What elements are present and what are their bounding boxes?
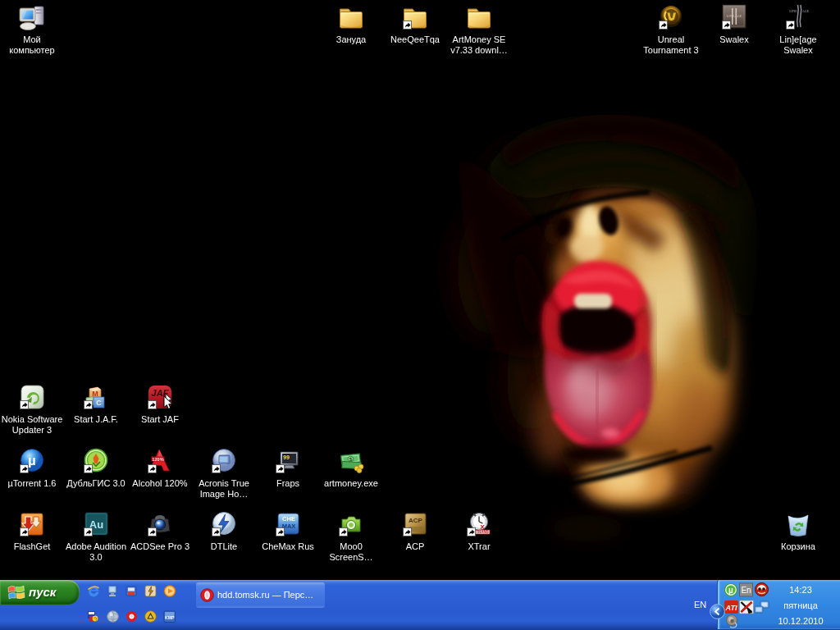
svg-text:KMP: KMP — [165, 615, 175, 620]
svg-text:LINEAGE: LINEAGE — [726, 14, 742, 18]
svg-text:µ: µ — [28, 453, 36, 468]
svg-text:99: 99 — [283, 454, 290, 460]
svg-text:ATI: ATI — [725, 604, 737, 612]
svg-text:TRANS: TRANS — [476, 530, 489, 534]
svg-text:120%: 120% — [152, 457, 163, 462]
svg-text:AGE: AGE — [802, 9, 810, 13]
svg-text:LINE: LINE — [789, 9, 797, 13]
svg-text:µ: µ — [728, 586, 733, 595]
svg-text:CHE: CHE — [282, 515, 295, 523]
svg-text:En: En — [741, 586, 751, 595]
svg-text:ACP: ACP — [409, 517, 423, 524]
svg-text:C: C — [96, 399, 102, 407]
